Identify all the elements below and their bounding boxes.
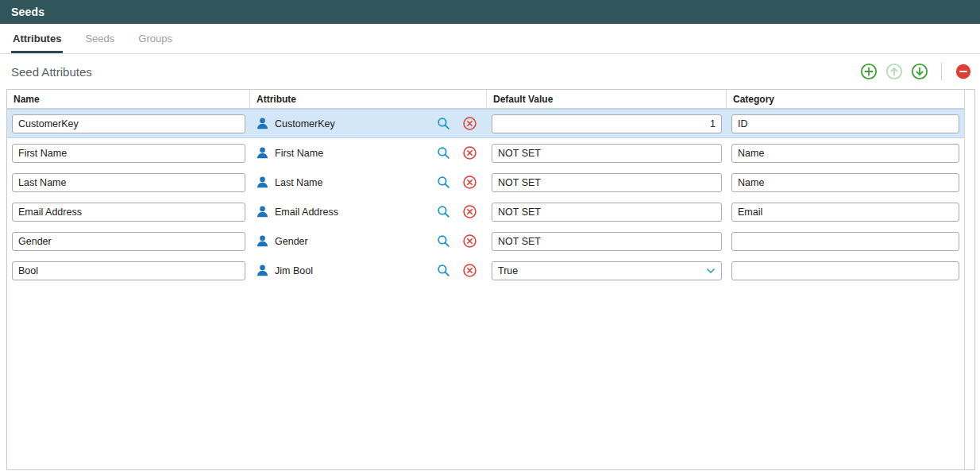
name-input[interactable] bbox=[12, 261, 245, 280]
search-icon[interactable] bbox=[436, 204, 451, 219]
attribute-cell: Jim Bool bbox=[250, 256, 487, 285]
clear-icon[interactable] bbox=[462, 175, 477, 190]
table-row[interactable]: CustomerKey bbox=[7, 109, 964, 138]
default-value-input[interactable] bbox=[492, 173, 722, 192]
table-row[interactable]: Jim Bool bbox=[7, 256, 964, 285]
table-row[interactable]: Gender bbox=[7, 226, 964, 256]
plus-circle-icon bbox=[860, 63, 878, 80]
attribute-label: CustomerKey bbox=[275, 118, 335, 129]
name-cell bbox=[7, 138, 250, 168]
default-value-input[interactable] bbox=[492, 114, 722, 133]
default-value-input[interactable] bbox=[492, 232, 722, 251]
attribute-label: Email Address bbox=[275, 207, 338, 218]
attribute-label: Last Name bbox=[275, 177, 322, 188]
attribute-label: Jim Bool bbox=[275, 265, 313, 276]
category-input[interactable] bbox=[731, 261, 959, 280]
user-icon bbox=[255, 116, 270, 131]
category-cell bbox=[727, 256, 964, 285]
name-cell bbox=[7, 109, 250, 138]
add-button[interactable] bbox=[860, 63, 878, 80]
move-down-button[interactable] bbox=[911, 63, 928, 80]
category-cell bbox=[727, 226, 964, 256]
category-cell bbox=[727, 109, 964, 138]
attribute-cell: CustomerKey bbox=[250, 109, 487, 138]
default-value-cell bbox=[487, 197, 727, 226]
arrow-down-circle-icon bbox=[911, 63, 928, 80]
default-value-cell bbox=[487, 256, 727, 285]
window-title-bar: Seeds bbox=[0, 0, 980, 24]
remove-button[interactable] bbox=[955, 63, 972, 80]
move-up-button[interactable] bbox=[885, 63, 903, 80]
column-header-attribute: Attribute bbox=[250, 90, 487, 108]
window-title: Seeds bbox=[11, 6, 44, 18]
default-value-wrap bbox=[492, 203, 722, 222]
user-icon bbox=[255, 234, 270, 249]
name-cell bbox=[7, 256, 250, 285]
default-value-cell bbox=[487, 168, 727, 197]
user-icon bbox=[255, 175, 270, 190]
category-input[interactable] bbox=[731, 114, 959, 133]
search-icon[interactable] bbox=[436, 175, 451, 190]
column-header-name: Name bbox=[7, 90, 250, 108]
user-icon bbox=[255, 145, 270, 160]
section-title: Seed Attributes bbox=[11, 65, 92, 79]
table-body: CustomerKey bbox=[7, 109, 964, 469]
column-header-default-value: Default Value bbox=[487, 90, 727, 108]
table-row[interactable]: First Name bbox=[7, 138, 964, 168]
name-input[interactable] bbox=[12, 203, 245, 222]
attribute-label: Gender bbox=[275, 236, 308, 247]
toolbar bbox=[860, 63, 972, 80]
default-value-input[interactable] bbox=[492, 261, 722, 280]
default-value-input[interactable] bbox=[492, 144, 722, 163]
tab-bar: Attributes Seeds Groups bbox=[0, 24, 980, 54]
toolbar-separator bbox=[941, 63, 942, 80]
name-input[interactable] bbox=[12, 232, 245, 251]
default-value-wrap bbox=[492, 114, 722, 133]
scrollbar-gutter bbox=[964, 90, 974, 469]
chevron-down-icon[interactable] bbox=[705, 265, 716, 276]
column-header-category: Category bbox=[727, 90, 964, 108]
clear-icon[interactable] bbox=[462, 204, 477, 219]
tab-seeds[interactable]: Seeds bbox=[83, 33, 116, 53]
category-input[interactable] bbox=[731, 173, 959, 192]
seed-attributes-panel: Name Attribute Default Value Category Cu… bbox=[6, 89, 975, 470]
table-row[interactable]: Last Name bbox=[7, 168, 964, 197]
default-value-input[interactable] bbox=[492, 203, 722, 222]
name-cell bbox=[7, 197, 250, 226]
clear-icon[interactable] bbox=[462, 234, 477, 249]
name-input[interactable] bbox=[12, 173, 245, 192]
search-icon[interactable] bbox=[436, 116, 451, 131]
category-input[interactable] bbox=[731, 232, 959, 251]
attribute-label: First Name bbox=[275, 148, 323, 159]
attribute-cell: First Name bbox=[250, 138, 487, 168]
arrow-up-circle-icon bbox=[885, 63, 903, 80]
attribute-cell: Email Address bbox=[250, 197, 487, 226]
minus-circle-icon bbox=[955, 63, 972, 80]
category-cell bbox=[727, 197, 964, 226]
name-cell bbox=[7, 168, 250, 197]
clear-icon[interactable] bbox=[462, 263, 477, 278]
clear-icon[interactable] bbox=[462, 145, 477, 160]
default-value-wrap bbox=[492, 261, 722, 280]
category-input[interactable] bbox=[731, 144, 959, 163]
search-icon[interactable] bbox=[436, 145, 451, 160]
search-icon[interactable] bbox=[436, 263, 451, 278]
category-input[interactable] bbox=[731, 203, 959, 222]
seeds-window: Seeds Attributes Seeds Groups Seed Attri… bbox=[0, 0, 980, 475]
default-value-wrap bbox=[492, 232, 722, 251]
tab-groups[interactable]: Groups bbox=[137, 33, 174, 53]
category-cell bbox=[727, 168, 964, 197]
table-row[interactable]: Email Address bbox=[7, 197, 964, 226]
attribute-cell: Last Name bbox=[250, 168, 487, 197]
name-input[interactable] bbox=[12, 144, 245, 163]
category-cell bbox=[727, 138, 964, 168]
default-value-cell bbox=[487, 138, 727, 168]
clear-icon[interactable] bbox=[462, 116, 477, 131]
tab-attributes[interactable]: Attributes bbox=[11, 33, 63, 53]
search-icon[interactable] bbox=[436, 234, 451, 249]
default-value-wrap bbox=[492, 173, 722, 192]
name-cell bbox=[7, 226, 250, 256]
user-icon bbox=[255, 204, 270, 219]
name-input[interactable] bbox=[12, 114, 245, 133]
default-value-cell bbox=[487, 109, 727, 138]
